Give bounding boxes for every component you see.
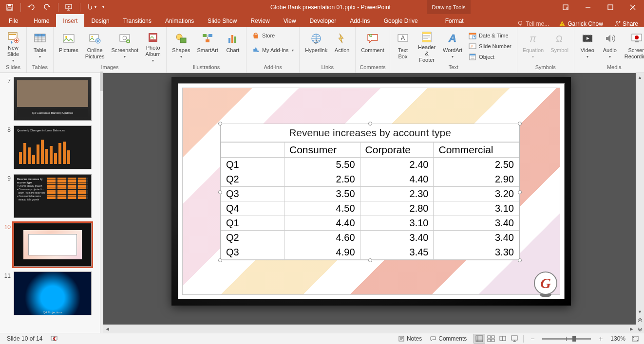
table-button[interactable]: Table ▾	[30, 29, 50, 64]
scroll-right-button[interactable]: ▶	[627, 325, 636, 333]
table-cell[interactable]: 4.40	[360, 172, 434, 187]
scroll-down-button[interactable]: ▼	[636, 308, 644, 316]
ribbon-display-options-button[interactable]	[554, 0, 577, 14]
thumbnail-preview[interactable]: Revenue increases by account type• Overa…	[14, 174, 92, 218]
table-cell[interactable]: 2.80	[360, 201, 434, 216]
tab-review[interactable]: Review	[244, 14, 276, 27]
pictures-button[interactable]: Pictures	[57, 29, 81, 64]
maximize-button[interactable]	[599, 0, 622, 14]
tab-file[interactable]: File	[0, 14, 27, 27]
zoom-in-button[interactable]: +	[595, 334, 606, 344]
table-row[interactable]: Q14.403.103.40	[221, 216, 519, 231]
text-box-button[interactable]: A Text Box	[393, 29, 413, 64]
row-label[interactable]: Q4	[221, 201, 284, 216]
table-cell[interactable]: 2.90	[434, 172, 519, 187]
tell-me-search[interactable]: Tell me...	[512, 20, 554, 27]
row-label[interactable]: Q3	[221, 187, 284, 201]
resize-handle[interactable]	[518, 190, 522, 194]
resize-handle[interactable]	[218, 190, 222, 194]
date-time-button[interactable]: Date & Time	[466, 30, 514, 41]
online-pictures-button[interactable]: Online Pictures	[83, 29, 107, 64]
undo-button[interactable]	[25, 1, 38, 13]
tab-developer[interactable]: Developer	[303, 14, 343, 27]
zoom-slider-thumb[interactable]	[572, 336, 576, 342]
table-cell[interactable]: 5.50	[284, 158, 360, 172]
table-cell[interactable]: 2.30	[360, 187, 434, 201]
screenshot-button[interactable]: Screenshot ▾	[109, 29, 141, 64]
table-cell[interactable]: 4.50	[284, 201, 360, 216]
slide-number-button[interactable]: # Slide Number	[466, 41, 514, 52]
slide-counter[interactable]: Slide 10 of 14	[3, 333, 46, 344]
table-cell[interactable]: 3.50	[284, 187, 360, 201]
row-label[interactable]: Q2	[221, 231, 284, 245]
slide-editor[interactable]: G Revenue increases by account type	[103, 73, 644, 333]
resize-handle[interactable]	[218, 122, 222, 126]
zoom-slider[interactable]	[542, 338, 591, 340]
row-label[interactable]: Q1	[221, 216, 284, 231]
store-button[interactable]: Store	[249, 30, 296, 41]
table-row[interactable]: Q15.502.402.50	[221, 158, 519, 172]
scroll-up-button[interactable]: ▲	[636, 73, 644, 81]
table-cell[interactable]: 4.40	[284, 216, 360, 231]
thumbnail[interactable]: 7 Q3 Consumer Banking Updates	[0, 77, 98, 121]
thumbnail[interactable]: 11 Q4 Projections	[0, 272, 98, 315]
table-header-row[interactable]: Consumer Corporate Commercial	[221, 143, 519, 158]
tab-format[interactable]: Format	[438, 14, 471, 27]
action-button[interactable]: Action	[332, 29, 352, 64]
normal-view-button[interactable]	[474, 334, 485, 344]
account-button[interactable]: Garrick Chow	[554, 20, 608, 27]
thumbnail-preview[interactable]: Quarterly Changes in Loan Balances	[14, 126, 92, 169]
photo-album-button[interactable]: Photo Album ▾	[143, 29, 163, 64]
tab-slide-show[interactable]: Slide Show	[201, 14, 244, 27]
row-label[interactable]: Q3	[221, 245, 284, 260]
data-table[interactable]: Consumer Corporate Commercial Q15.502.40…	[221, 142, 519, 260]
thumbnail[interactable]: 9 Revenue increases by account type• Ove…	[0, 174, 98, 218]
resize-handle[interactable]	[518, 258, 522, 262]
thumbnail[interactable]: 10	[0, 223, 98, 267]
header-footer-button[interactable]: Header & Footer	[415, 29, 439, 64]
chart-button[interactable]: Chart	[223, 29, 243, 64]
resize-handle[interactable]	[218, 258, 222, 262]
table-cell[interactable]: 4.60	[284, 231, 360, 245]
row-label[interactable]: Q2	[221, 172, 284, 187]
row-label[interactable]: Q1	[221, 158, 284, 172]
table-cell[interactable]: 3.40	[434, 216, 519, 231]
previous-slide-button[interactable]	[636, 316, 644, 325]
object-button[interactable]: Object	[466, 52, 514, 62]
table-row[interactable]: Q33.502.303.20	[221, 187, 519, 201]
table-title[interactable]: Revenue increases by account type	[221, 124, 519, 142]
reading-view-button[interactable]	[497, 334, 509, 344]
table-cell[interactable]: 3.10	[434, 201, 519, 216]
minimize-button[interactable]	[577, 0, 599, 14]
spell-check-status[interactable]	[46, 333, 62, 344]
table-cell[interactable]: 2.40	[360, 158, 434, 172]
thumbnail-preview[interactable]: Q3 Consumer Banking Updates	[14, 77, 92, 121]
shapes-button[interactable]: Shapes ▾	[170, 29, 192, 64]
table-cell[interactable]: 4.90	[284, 245, 360, 260]
wordart-button[interactable]: A WordArt ▾	[441, 29, 464, 64]
table-row[interactable]: Q24.603.403.40	[221, 231, 519, 245]
notes-button[interactable]: Notes	[394, 333, 426, 344]
start-from-beginning-button[interactable]	[62, 1, 76, 13]
share-button[interactable]: Share	[608, 20, 644, 27]
comment-button[interactable]: Comment	[359, 29, 387, 64]
smartart-button[interactable]: SmartArt	[194, 29, 220, 64]
slide-show-view-button[interactable]	[509, 334, 520, 344]
scroll-left-button[interactable]: ◀	[103, 325, 112, 333]
hyperlink-button[interactable]: Hyperlink	[303, 29, 330, 64]
next-slide-button[interactable]	[636, 325, 644, 333]
table-cell[interactable]: 3.30	[434, 245, 519, 260]
customize-qat-button[interactable]: ▾	[100, 1, 107, 13]
save-button[interactable]	[3, 1, 17, 13]
touch-mouse-mode-button[interactable]: ▾	[84, 1, 98, 13]
slide-sorter-view-button[interactable]	[485, 334, 497, 344]
horizontal-scrollbar[interactable]: ◀ ▶	[103, 325, 636, 333]
table-row[interactable]: Q44.502.803.10	[221, 201, 519, 216]
table-cell[interactable]: 3.40	[434, 231, 519, 245]
table-cell[interactable]: 3.20	[434, 187, 519, 201]
table-cell[interactable]: 3.45	[360, 245, 434, 260]
resize-handle[interactable]	[518, 122, 522, 126]
thumbnail[interactable]: 8 Quarterly Changes in Loan Balances	[0, 126, 98, 169]
table-cell[interactable]: 2.50	[284, 172, 360, 187]
zoom-out-button[interactable]: −	[527, 334, 538, 344]
